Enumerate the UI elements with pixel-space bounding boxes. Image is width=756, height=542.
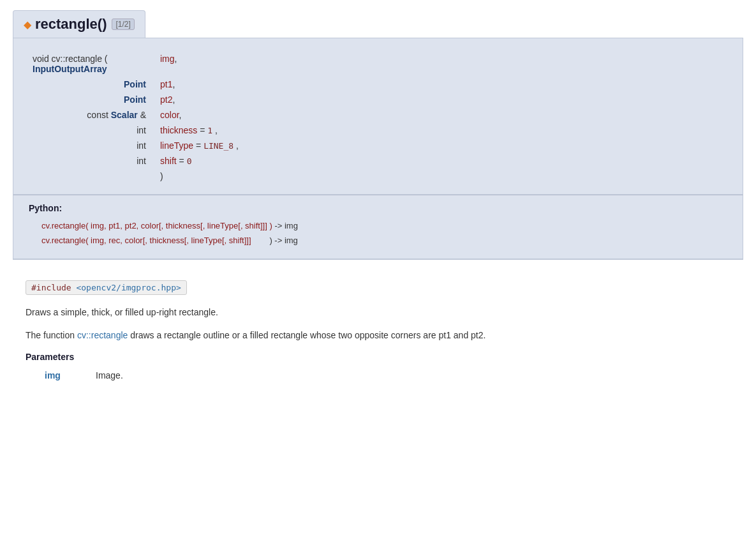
signature-table: void cv::rectangle ( InputOutputArray im…	[29, 51, 727, 184]
signature-box: void cv::rectangle ( InputOutputArray im…	[13, 38, 743, 195]
sig-type-Point-2[interactable]: Point	[124, 94, 146, 105]
python-label: Python:	[29, 203, 727, 213]
sig-type-cell-5: int	[29, 138, 156, 153]
parameters-table: img Image.	[45, 368, 130, 382]
python-code: cv.rectangle( img, pt1, pt2, color[, thi…	[41, 218, 727, 248]
include-keyword: #include	[31, 283, 76, 292]
sig-param-lineType: lineType = LINE_8 ,	[156, 138, 727, 153]
include-path: <opencv2/imgproc.hpp>	[76, 283, 181, 292]
sig-type-cell-4: int	[29, 123, 156, 138]
sig-param-name-color: color	[160, 110, 179, 120]
python-call-1: cv.rectangle( img, pt1, pt2, color[, thi…	[41, 218, 727, 233]
sig-type-cell-2: Point	[29, 92, 156, 107]
cv-rectangle-link[interactable]: cv::rectangle	[77, 330, 128, 340]
python-call-1-text: cv.rectangle( img, pt1, pt2, color[, thi…	[41, 221, 272, 230]
sig-type-Scalar[interactable]: Scalar	[111, 110, 138, 120]
python-return-2: img	[285, 236, 298, 245]
sig-param-thickness: thickness = 1 ,	[156, 123, 727, 138]
sig-int-4: int	[137, 125, 146, 135]
sig-param-pt1: pt1,	[156, 77, 727, 92]
section-divider	[13, 259, 743, 260]
sig-default-shift: = 0	[179, 156, 192, 166]
sig-param-name-img: img	[160, 54, 175, 64]
sig-sep-0: ,	[175, 54, 177, 64]
version-badge: [1/2]	[112, 19, 134, 30]
sig-param-name-lineType: lineType	[160, 140, 193, 151]
sig-param-name-pt2: pt2	[160, 94, 172, 105]
sig-type-cell-3: const Scalar &	[29, 107, 156, 123]
sig-row-0: void cv::rectangle ( InputOutputArray im…	[29, 51, 727, 77]
sig-row-1: Point pt1,	[29, 77, 727, 92]
sig-row-6: int shift = 0	[29, 153, 727, 169]
python-section: Python: cv.rectangle( img, pt1, pt2, col…	[13, 195, 743, 259]
python-return-1: img	[285, 221, 298, 230]
python-arrow-2: ) ->	[253, 236, 285, 245]
sig-param-name-pt1: pt1	[160, 79, 172, 89]
sig-type-Point-1[interactable]: Point	[124, 79, 146, 89]
sig-row-5: int lineType = LINE_8 ,	[29, 138, 727, 153]
sig-param-color: color,	[156, 107, 727, 123]
short-description: Draws a simple, thick, or filled up-righ…	[26, 305, 730, 319]
sig-sep-3: ,	[179, 110, 182, 120]
sig-param-img: img,	[156, 51, 727, 77]
sig-void-cell: void cv::rectangle ( InputOutputArray	[29, 51, 156, 77]
function-signature-section: ◆ rectangle() [1/2] void cv::rectangle (…	[13, 10, 743, 259]
page-container: ◆ rectangle() [1/2] void cv::rectangle (…	[0, 0, 756, 403]
function-name: rectangle()	[35, 16, 107, 33]
param-row-img: img Image.	[45, 368, 130, 382]
sig-void: void	[33, 54, 52, 64]
sig-close-paren: )	[156, 169, 727, 184]
include-box: #include <opencv2/imgproc.hpp>	[26, 280, 187, 295]
sig-ref: &	[138, 110, 146, 120]
sig-type-cell-1: Point	[29, 77, 156, 92]
parameters-heading: Parameters	[26, 352, 730, 362]
sig-sep-1: ,	[172, 79, 175, 89]
sig-row-2: Point pt2,	[29, 92, 727, 107]
sig-type-cell-6: int	[29, 153, 156, 169]
sig-default-thickness: = 1 ,	[200, 125, 218, 135]
param-desc-img: Image.	[96, 368, 130, 382]
long-description: The function cv::rectangle draws a recta…	[26, 328, 730, 342]
python-call-2: cv.rectangle( img, rec, color[, thicknes…	[41, 233, 727, 248]
sig-param-name-thickness: thickness	[160, 125, 197, 135]
sig-int-6: int	[137, 156, 146, 166]
param-name-img: img	[45, 368, 96, 382]
python-call-2-text: cv.rectangle( img, rec, color[, thicknes…	[41, 236, 251, 245]
sig-param-pt2: pt2,	[156, 92, 727, 107]
sig-row-close: )	[29, 169, 727, 184]
sig-int-5: int	[137, 140, 146, 151]
sig-param-name-shift: shift	[160, 156, 177, 166]
sig-param-shift: shift = 0	[156, 153, 727, 169]
function-tab: ◆ rectangle() [1/2]	[13, 10, 145, 38]
sig-row-4: int thickness = 1 ,	[29, 123, 727, 138]
sig-const: const	[87, 110, 110, 120]
sig-type-InputOutputArray[interactable]: InputOutputArray	[33, 64, 107, 74]
sig-close-cell	[29, 169, 156, 184]
sig-default-lineType: = LINE_8 ,	[196, 140, 239, 151]
sig-open-paren: (	[105, 54, 108, 64]
sig-sep-2: ,	[172, 94, 175, 105]
diamond-icon: ◆	[24, 19, 31, 31]
sig-row-3: const Scalar & color,	[29, 107, 727, 123]
content-body: #include <opencv2/imgproc.hpp> Draws a s…	[13, 270, 743, 393]
python-arrow-1: ->	[274, 221, 285, 230]
sig-namespace: cv::rectangle	[52, 54, 105, 64]
